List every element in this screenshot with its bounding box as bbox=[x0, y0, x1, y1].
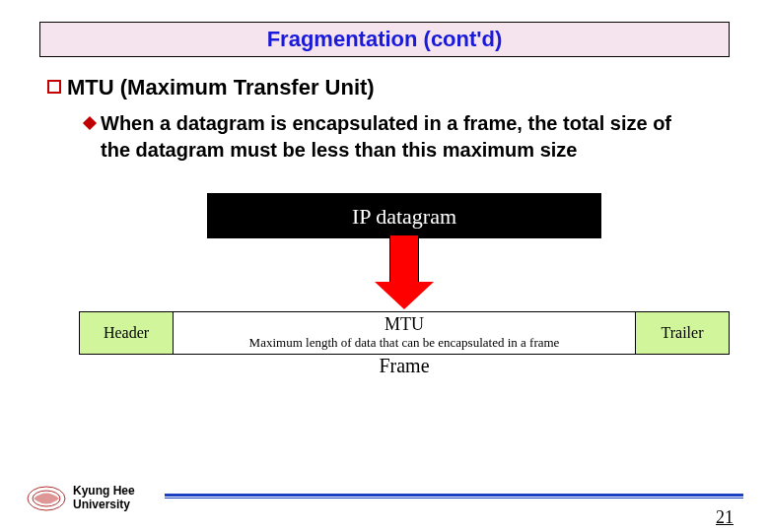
mtu-diagram: IP datagram Header MTU Maximum length of… bbox=[79, 193, 730, 390]
university-line-2: University bbox=[73, 499, 135, 512]
mtu-subtitle: Maximum length of data that can be encap… bbox=[174, 335, 635, 351]
bullet-1-text: MTU (Maximum Transfer Unit) bbox=[67, 75, 375, 100]
arrow-head-icon bbox=[375, 282, 434, 309]
footer-rule bbox=[165, 494, 743, 499]
frame-mtu-cell: MTU Maximum length of data that can be e… bbox=[174, 312, 635, 354]
diamond-bullet-icon bbox=[83, 116, 97, 130]
square-bullet-icon bbox=[47, 80, 61, 94]
slide-title: Fragmentation (cont'd) bbox=[39, 22, 730, 57]
page-number: 21 bbox=[716, 507, 734, 528]
frame-label: Frame bbox=[79, 355, 730, 377]
arrow-down-icon bbox=[389, 234, 419, 284]
bullet-level-2: When a datagram is encapsulated in a fra… bbox=[85, 110, 700, 164]
footer: Kyung Hee University bbox=[26, 479, 743, 518]
frame-row: Header MTU Maximum length of data that c… bbox=[79, 311, 730, 355]
bullet-level-1: MTU (Maximum Transfer Unit) bbox=[47, 75, 730, 100]
ip-datagram-box: IP datagram bbox=[207, 193, 601, 238]
mtu-title: MTU bbox=[174, 314, 635, 335]
university-logo-icon bbox=[26, 484, 67, 513]
university-name: Kyung Hee University bbox=[73, 485, 135, 512]
bullet-2-text: When a datagram is encapsulated in a fra… bbox=[101, 110, 700, 164]
university-line-1: Kyung Hee bbox=[73, 485, 135, 499]
frame-header-cell: Header bbox=[80, 312, 174, 354]
frame-trailer-cell: Trailer bbox=[635, 312, 729, 354]
slide: Fragmentation (cont'd) MTU (Maximum Tran… bbox=[0, 0, 769, 532]
